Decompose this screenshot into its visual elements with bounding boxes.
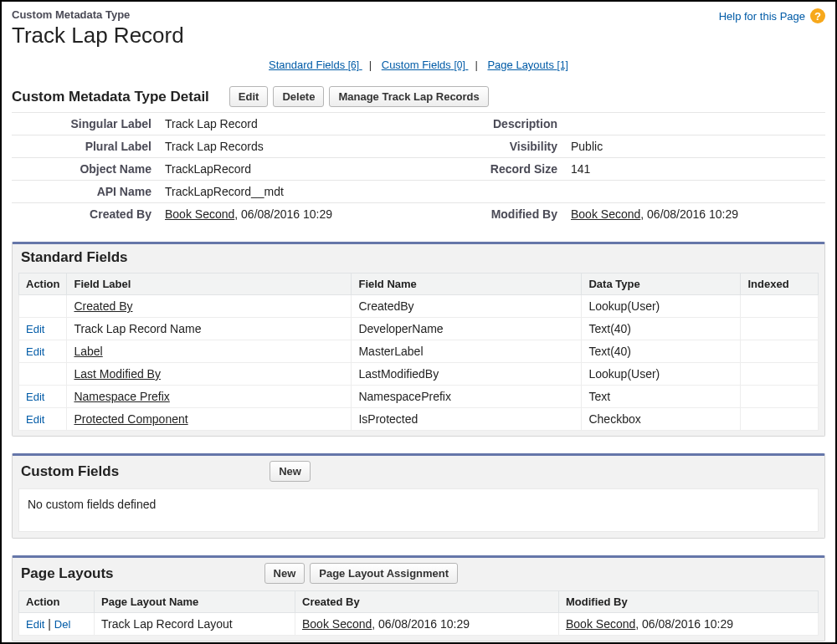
field-indexed — [741, 363, 819, 386]
table-row: EditLabelMasterLabelText(40) — [19, 340, 819, 363]
help-link-text: Help for this Page — [719, 10, 805, 23]
layout-name: Track Lap Record Layout — [95, 613, 295, 636]
page-layout-assignment-button[interactable]: Page Layout Assignment — [310, 563, 458, 584]
anchor-standard-fields[interactable]: Standard Fields [6] — [269, 59, 362, 71]
anchor-custom-fields[interactable]: Custom Fields [0] — [382, 59, 469, 71]
standard-fields-table: Action Field Label Field Name Data Type … — [18, 273, 819, 431]
field-indexed — [741, 408, 819, 431]
help-link[interactable]: Help for this Page ? — [719, 8, 825, 23]
field-name: IsProtected — [352, 408, 582, 431]
layout-modified-by-date: , 06/08/2016 10:29 — [635, 617, 733, 631]
field-label-link[interactable]: Label — [74, 345, 102, 358]
table-row: EditTrack Lap Record NameDeveloperNameTe… — [19, 318, 819, 340]
delete-button[interactable]: Delete — [273, 86, 324, 107]
detail-label: Modified By — [418, 203, 564, 226]
standard-fields-section: Standard Fields Action Field Label Field… — [12, 242, 825, 437]
col-layout-name: Page Layout Name — [95, 591, 295, 613]
detail-table: Singular LabelTrack Lap RecordDescriptio… — [12, 112, 825, 225]
custom-fields-section: Custom Fields New No custom fields defin… — [12, 453, 825, 539]
field-name: LastModifiedBy — [352, 363, 582, 386]
created-by-link[interactable]: Book Second — [165, 207, 234, 221]
col-action: Action — [19, 273, 67, 295]
detail-value: Track Lap Records — [158, 135, 418, 158]
field-name: DeveloperName — [352, 318, 582, 340]
col-indexed: Indexed — [741, 273, 819, 295]
layout-created-by-date: , 06/08/2016 10:29 — [372, 617, 470, 631]
field-edit-link[interactable]: Edit — [26, 323, 44, 335]
col-modified-by: Modified By — [559, 591, 819, 613]
table-row: Last Modified ByLastModifiedByLookup(Use… — [19, 363, 819, 386]
table-row: Created ByCreatedByLookup(User) — [19, 295, 819, 318]
modified-by-date: , 06/08/2016 10:29 — [640, 207, 738, 221]
field-label: Track Lap Record Name — [74, 322, 201, 335]
col-data-type: Data Type — [582, 273, 741, 295]
new-page-layout-button[interactable]: New — [264, 563, 306, 584]
field-type: Text(40) — [582, 318, 741, 340]
field-type: Lookup(User) — [582, 295, 741, 318]
field-name: MasterLabel — [352, 340, 582, 363]
page-layouts-table: Action Page Layout Name Created By Modif… — [18, 590, 819, 636]
field-type: Checkbox — [582, 408, 741, 431]
standard-fields-heading: Standard Fields — [21, 249, 128, 266]
detail-label: Visibility — [418, 135, 564, 158]
detail-label: Record Size — [418, 158, 564, 181]
detail-value: TrackLapRecord — [158, 158, 418, 181]
detail-label: Singular Label — [12, 113, 158, 135]
layout-modified-by-link[interactable]: Book Second — [566, 617, 635, 631]
detail-heading: Custom Metadata Type Detail — [12, 89, 209, 105]
table-row: EditProtected ComponentIsProtectedCheckb… — [19, 408, 819, 431]
edit-button[interactable]: Edit — [229, 86, 269, 107]
field-edit-link[interactable]: Edit — [26, 345, 44, 358]
field-indexed — [741, 340, 819, 363]
new-custom-field-button[interactable]: New — [270, 461, 311, 482]
col-field-name: Field Name — [352, 273, 582, 295]
field-label-link[interactable]: Created By — [74, 299, 132, 313]
created-by-date: , 06/08/2016 10:29 — [234, 207, 332, 221]
detail-value — [564, 181, 825, 203]
field-type: Lookup(User) — [582, 363, 741, 386]
page-layouts-section: Page Layouts New Page Layout Assignment … — [12, 555, 825, 641]
modified-by-link[interactable]: Book Second — [571, 207, 640, 221]
field-type: Text — [582, 386, 741, 408]
detail-label: API Name — [12, 181, 158, 203]
field-indexed — [741, 318, 819, 340]
table-row: EditNamespace PrefixNamespacePrefixText — [19, 386, 819, 408]
detail-value: TrackLapRecord__mdt — [158, 181, 418, 203]
field-name: NamespacePrefix — [352, 386, 582, 408]
layout-created-by-link[interactable]: Book Second — [302, 617, 372, 631]
custom-fields-heading: Custom Fields — [21, 463, 119, 480]
detail-value: Track Lap Record — [158, 113, 418, 135]
layout-edit-link[interactable]: Edit — [26, 618, 44, 631]
anchor-page-layouts[interactable]: Page Layouts [1] — [487, 59, 567, 71]
help-icon: ? — [810, 8, 825, 23]
manage-records-button[interactable]: Manage Track Lap Records — [329, 86, 488, 107]
detail-label: Created By — [12, 203, 158, 226]
col-created-by: Created By — [295, 591, 559, 613]
col-action: Action — [19, 591, 95, 613]
table-row: Edit | Del Track Lap Record Layout Book … — [19, 613, 819, 636]
field-indexed — [741, 295, 819, 318]
field-label-link[interactable]: Namespace Prefix — [74, 390, 169, 403]
field-label-link[interactable]: Protected Component — [74, 412, 187, 426]
detail-value: Public — [564, 135, 825, 158]
detail-value — [564, 113, 825, 135]
field-type: Text(40) — [582, 340, 741, 363]
page-title: Track Lap Record — [12, 23, 184, 49]
detail-label: Object Name — [12, 158, 158, 181]
anchor-nav: Standard Fields [6] | Custom Fields [0] … — [12, 59, 825, 71]
field-label-link[interactable]: Last Modified By — [74, 367, 161, 381]
detail-label: Plural Label — [12, 135, 158, 158]
field-indexed — [741, 386, 819, 408]
field-name: CreatedBy — [352, 295, 582, 318]
detail-value: 141 — [564, 158, 825, 181]
detail-label — [418, 181, 564, 203]
col-field-label: Field Label — [67, 273, 352, 295]
field-edit-link[interactable]: Edit — [26, 413, 44, 426]
page-layouts-heading: Page Layouts — [21, 565, 114, 582]
object-type-label: Custom Metadata Type — [12, 8, 184, 21]
custom-fields-empty: No custom fields defined — [18, 488, 819, 532]
field-edit-link[interactable]: Edit — [26, 391, 44, 403]
layout-del-link[interactable]: Del — [54, 618, 71, 631]
detail-label: Description — [418, 113, 564, 135]
